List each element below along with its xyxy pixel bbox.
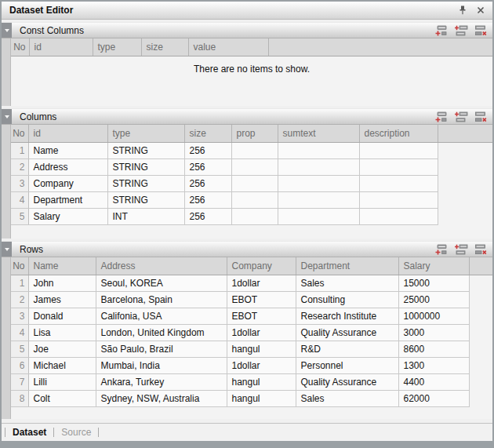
data-cell[interactable]: Company <box>28 175 107 191</box>
data-cell[interactable]: STRING <box>107 191 184 208</box>
row-number-cell[interactable]: 7 <box>11 373 28 390</box>
data-cell[interactable]: London, United Kingdom <box>96 324 227 341</box>
column-header-name[interactable]: Name <box>28 257 96 275</box>
data-cell[interactable]: Joe <box>28 341 96 357</box>
column-header-company[interactable]: Company <box>227 257 296 275</box>
data-cell[interactable]: hangul <box>227 341 296 357</box>
column-header-address[interactable]: Address <box>96 257 227 275</box>
data-cell[interactable] <box>231 142 278 158</box>
data-cell[interactable]: 256 <box>184 158 231 175</box>
delete-row-icon[interactable] <box>474 244 488 255</box>
data-cell[interactable]: hangul <box>227 373 296 390</box>
collapse-icon[interactable] <box>2 23 12 38</box>
column-header-type[interactable]: type <box>93 38 141 56</box>
data-cell[interactable] <box>359 208 438 224</box>
delete-row-icon[interactable] <box>474 25 488 36</box>
data-cell[interactable] <box>278 175 359 191</box>
column-header-department[interactable]: Department <box>296 257 398 275</box>
data-cell[interactable] <box>278 142 359 158</box>
data-cell[interactable]: Quality Assurance <box>296 373 398 390</box>
column-header-value[interactable]: value <box>188 38 268 56</box>
data-cell[interactable]: 1dollar <box>227 324 296 341</box>
column-header-type[interactable]: type <box>107 125 184 142</box>
row-number-cell[interactable]: 5 <box>11 208 28 224</box>
row-number-cell[interactable]: 3 <box>11 308 28 324</box>
data-cell[interactable] <box>278 208 359 224</box>
column-header-prop[interactable]: prop <box>231 125 278 142</box>
insert-row-icon[interactable] <box>455 25 468 36</box>
data-cell[interactable] <box>359 191 438 208</box>
column-header-no[interactable]: No <box>11 38 29 56</box>
data-cell[interactable]: 8600 <box>398 341 469 357</box>
column-header-size[interactable]: size <box>184 125 231 142</box>
data-cell[interactable]: John <box>28 275 96 291</box>
data-cell[interactable]: Seoul, KOREA <box>96 275 227 291</box>
data-cell[interactable] <box>359 158 438 175</box>
row-number-cell[interactable]: 8 <box>11 390 28 406</box>
data-cell[interactable]: Address <box>28 158 107 175</box>
data-cell[interactable] <box>231 191 278 208</box>
row-number-cell[interactable]: 2 <box>11 158 28 175</box>
column-header-sumtext[interactable]: sumtext <box>278 125 359 142</box>
data-cell[interactable]: James <box>28 291 96 308</box>
close-icon[interactable] <box>475 5 486 16</box>
tab-source[interactable]: Source <box>54 427 98 438</box>
data-cell[interactable]: Name <box>28 142 107 158</box>
data-cell[interactable]: 1dollar <box>227 357 296 373</box>
column-header-salary[interactable]: Salary <box>398 257 469 275</box>
data-cell[interactable]: Quality Assurance <box>296 324 398 341</box>
column-header-id[interactable]: id <box>28 125 107 142</box>
data-cell[interactable]: EBOT <box>227 291 296 308</box>
data-cell[interactable]: 25000 <box>398 291 469 308</box>
data-cell[interactable]: 15000 <box>398 275 469 291</box>
data-cell[interactable]: STRING <box>107 142 184 158</box>
data-cell[interactable]: 62000 <box>398 390 469 406</box>
row-number-cell[interactable]: 6 <box>11 357 28 373</box>
data-cell[interactable]: EBOT <box>227 308 296 324</box>
add-row-icon[interactable] <box>435 244 449 255</box>
data-cell[interactable]: Donald <box>28 308 96 324</box>
data-cell[interactable]: Salary <box>28 208 107 224</box>
data-cell[interactable]: Consulting <box>296 291 398 308</box>
column-header-id[interactable]: id <box>29 38 93 56</box>
data-cell[interactable]: Michael <box>28 357 96 373</box>
data-cell[interactable]: R&D <box>296 341 398 357</box>
data-cell[interactable]: Mumbai, India <box>96 357 227 373</box>
data-cell[interactable]: 4400 <box>398 373 469 390</box>
data-cell[interactable]: Lilli <box>28 373 96 390</box>
data-cell[interactable]: Barcelona, Spain <box>96 291 227 308</box>
data-cell[interactable]: 1300 <box>398 357 469 373</box>
data-cell[interactable] <box>278 158 359 175</box>
column-header-no[interactable]: No <box>11 257 28 275</box>
column-header-size[interactable]: size <box>141 38 188 56</box>
data-cell[interactable]: STRING <box>107 158 184 175</box>
data-cell[interactable]: 1000000 <box>398 308 469 324</box>
data-cell[interactable]: 1dollar <box>227 275 296 291</box>
data-cell[interactable] <box>359 142 438 158</box>
data-cell[interactable]: 256 <box>184 142 231 158</box>
data-cell[interactable]: STRING <box>107 175 184 191</box>
row-number-cell[interactable]: 1 <box>11 142 28 158</box>
data-cell[interactable]: São Paulo, Brazil <box>96 341 227 357</box>
data-cell[interactable]: Department <box>28 191 107 208</box>
data-cell[interactable]: Colt <box>28 390 96 406</box>
data-cell[interactable]: 3000 <box>398 324 469 341</box>
data-cell[interactable] <box>231 158 278 175</box>
tab-dataset[interactable]: Dataset <box>5 427 53 438</box>
data-cell[interactable]: 256 <box>184 175 231 191</box>
data-cell[interactable]: Sydney, NSW, Australia <box>96 390 227 406</box>
data-cell[interactable] <box>359 175 438 191</box>
add-row-icon[interactable] <box>435 25 449 36</box>
insert-row-icon[interactable] <box>455 111 468 122</box>
data-cell[interactable]: 256 <box>184 191 231 208</box>
collapse-icon[interactable] <box>2 242 12 257</box>
row-number-cell[interactable]: 4 <box>11 191 28 208</box>
data-cell[interactable]: Califonia, USA <box>96 308 227 324</box>
row-number-cell[interactable]: 4 <box>11 324 28 341</box>
data-cell[interactable]: INT <box>107 208 184 224</box>
data-cell[interactable]: 256 <box>184 208 231 224</box>
data-cell[interactable] <box>278 191 359 208</box>
column-header-description[interactable]: description <box>359 125 438 142</box>
row-number-cell[interactable]: 2 <box>11 291 28 308</box>
data-cell[interactable]: Sales <box>296 390 398 406</box>
